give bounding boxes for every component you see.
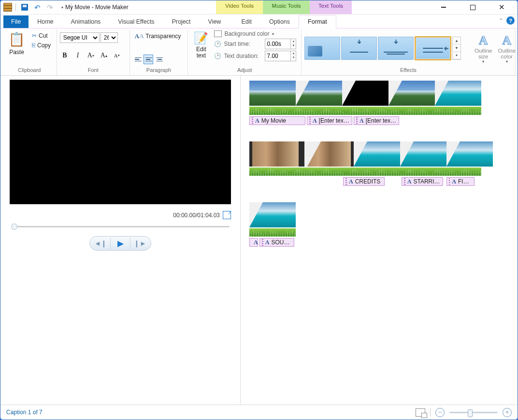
minimize-button[interactable] [433,2,454,13]
align-center-button[interactable] [144,55,153,64]
bold-button[interactable]: B [60,51,70,60]
paste-button[interactable]: 📋 Paste [5,30,28,56]
audio-track-3[interactable] [249,228,296,237]
zoom-in-button[interactable]: + [503,408,512,417]
seek-thumb[interactable] [11,224,17,230]
scroll-down-icon[interactable]: ▼ [453,44,460,52]
effect-item-2[interactable] [341,37,377,60]
caption-block[interactable]: A[Enter text... [354,116,399,125]
caption-block[interactable]: AFILM... [446,177,475,186]
caption-block[interactable]: AF.. [249,238,258,247]
expand-gallery-icon[interactable]: ▾ [453,52,460,59]
workspace: 00:00.00/01:04.03 ◄❙ ▶ ❙► [0,76,518,405]
italic-button[interactable]: I [73,51,83,60]
edit-text-icon: 📝 [194,31,208,45]
caption-block[interactable]: ACREDITS [343,177,385,186]
tab-options[interactable]: Options [260,15,299,28]
caption-block[interactable]: ASOUN... [259,238,294,247]
outline-color-button[interactable]: AOutline color▾ [496,32,517,65]
timeline-clip[interactable] [296,81,342,106]
font-size-select[interactable]: 26 [101,32,118,43]
zoom-thumb[interactable] [468,409,473,417]
outline-size-button[interactable]: AOutline size▾ [473,32,494,65]
timeline-clip[interactable] [400,141,446,167]
timeline-clip[interactable] [446,141,493,167]
effects-gallery: ▲▼▾ [304,36,461,60]
effects-gallery-scroll[interactable]: ▲▼▾ [452,37,461,60]
tab-home[interactable]: Home [29,15,62,28]
tab-project[interactable]: Project [163,15,200,28]
resize-handle[interactable] [449,178,450,185]
align-right-button[interactable] [154,55,164,64]
font-family-select[interactable]: Segoe UI [60,32,100,43]
bg-color-icon [214,30,222,37]
tab-format[interactable]: Format [299,15,336,28]
zoom-out-button[interactable]: − [435,408,445,417]
video-preview[interactable] [10,80,231,204]
play-button[interactable]: ▶ [111,238,130,249]
resize-handle[interactable] [345,178,347,185]
undo-button[interactable]: ↶ [32,2,43,13]
fullscreen-button[interactable] [223,211,231,219]
timeline-clip[interactable] [249,202,296,227]
timeline-clip[interactable] [435,81,481,106]
resize-handle[interactable] [309,117,311,124]
timeline-clip[interactable] [249,81,296,106]
caption-block[interactable]: A[Enter text... [307,116,352,125]
effect-item-4-selected[interactable] [415,36,451,60]
resize-handle[interactable] [262,239,263,246]
copy-button[interactable]: ⎘Copy [30,41,53,50]
collapse-ribbon-icon[interactable]: ⌃ [499,17,504,24]
tab-edit[interactable]: Edit [232,15,260,28]
increase-font-button[interactable]: A▴ [99,51,109,60]
tab-view[interactable]: View [200,15,230,28]
audio-track-1[interactable] [249,107,481,115]
redo-button[interactable]: ↷ [44,2,55,13]
save-icon [21,4,28,11]
transparency-button[interactable]: AA Transparency [133,31,183,41]
caption-block[interactable]: AMy Movie [249,116,305,125]
text-duration-input[interactable]: ▲▼ [265,51,296,61]
effect-item-3[interactable] [378,37,414,60]
next-frame-button[interactable]: ❙► [130,238,150,249]
resize-handle[interactable] [404,178,405,185]
seek-bar[interactable] [11,226,230,227]
caption-text: SOUN... [272,239,292,246]
decrease-font-button[interactable]: A▾ [112,51,122,60]
zoom-slider[interactable] [449,412,498,413]
prev-frame-button[interactable]: ◄❙ [91,238,111,249]
start-time-input[interactable]: ▲▼ [265,39,296,49]
timeline-pane[interactable]: AMy MovieA[Enter text...A[Enter text... … [241,76,518,405]
video-strip-2[interactable] [249,141,509,167]
help-button[interactable]: ? [506,16,515,25]
video-strip-1[interactable] [249,81,509,106]
timeline-clip[interactable] [249,141,302,167]
maximize-button[interactable] [462,2,483,13]
qat-customize[interactable]: ▾ [57,2,68,13]
cut-button[interactable]: ✂Cut [30,31,53,40]
ctx-tab-music-tools: Music Tools [263,0,310,14]
grow-font-button[interactable]: A▾ [86,51,96,60]
play-icon: ▶ [117,238,124,249]
timeline-clip[interactable] [302,141,354,167]
tab-file[interactable]: File [3,15,29,28]
background-color-button[interactable]: Background color ▾ [214,30,296,37]
scroll-up-icon[interactable]: ▲ [453,37,460,44]
audio-track-2[interactable] [249,168,481,176]
close-button[interactable]: ✕ [491,2,512,13]
view-switch-button[interactable] [416,408,425,417]
resize-handle[interactable] [252,117,253,124]
tab-animations[interactable]: Animations [62,15,110,28]
effect-item-1[interactable] [304,37,340,60]
tab-visual-effects[interactable]: Visual Effects [109,15,163,28]
timeline-clip[interactable] [354,141,400,167]
edit-text-button[interactable]: 📝 Edit text [191,30,211,60]
align-left-button[interactable] [133,55,143,64]
caption-block[interactable]: ASTARRING [402,177,443,186]
save-button[interactable] [19,2,30,13]
timeline-clip[interactable] [342,81,388,106]
resize-handle[interactable] [356,117,358,124]
text-icon: A [313,117,317,125]
timeline-clip[interactable] [388,81,435,106]
video-strip-3[interactable] [249,202,509,227]
